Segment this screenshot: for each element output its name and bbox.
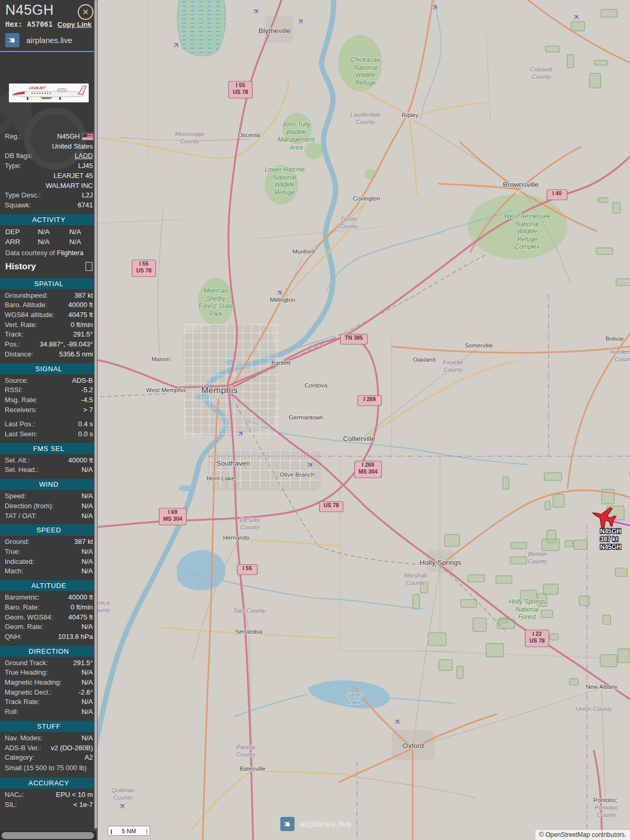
stat-row: SIL:< 1e-7 (0, 800, 98, 810)
city-label: Batesville (239, 765, 265, 772)
info-row: Type Desc.:L2J (0, 191, 98, 201)
county-label: Union County (575, 706, 613, 712)
stat-row: QNH:1013.6 hPa (0, 632, 98, 642)
section-header: WIND (0, 479, 98, 490)
section-header: ALTITUDE (0, 580, 98, 591)
brand-link[interactable]: ✈ airplanes.live (0, 28, 98, 51)
map-scale-bar: 5 NM (108, 826, 150, 836)
road-shield: I 69MS 304 (159, 508, 186, 525)
section-header: SPATIAL (0, 278, 98, 289)
stat-row: Pos.:34.887°, -89.043° (0, 340, 98, 350)
city-label: Blytheville (259, 27, 291, 35)
stat-row: Ground:387 kt (0, 537, 98, 547)
map-watermark: ✈ airplanes.live (280, 817, 351, 831)
park-label: Wildlife (355, 71, 376, 79)
close-icon[interactable]: ✕ (78, 4, 93, 20)
info-row: United States (0, 142, 98, 152)
city-label: Olive Branch (280, 471, 314, 478)
copy-link-button[interactable]: Copy Link (57, 20, 91, 28)
stat-row: Mach:N/A (0, 566, 98, 576)
city-label: Munford (292, 248, 314, 255)
section-header-activity: ACTIVITY (0, 214, 98, 225)
svg-text:US 78: US 78 (233, 89, 248, 95)
stat-row: Distance:5356.5 nmi (0, 350, 98, 360)
svg-text:TN 385: TN 385 (345, 334, 363, 341)
park-label: Chickasaw (350, 56, 381, 64)
map[interactable]: ChickasawNationalWildlifeRefugeJohn Tull… (98, 0, 630, 840)
city-label: Bolivar (605, 335, 624, 342)
park-label: Complex (514, 243, 540, 250)
city-label: West Memphis (146, 387, 186, 393)
section-header: ACCURACY (0, 778, 98, 789)
brand-name: airplanes.live (26, 36, 72, 45)
park-label: Wildlife (517, 228, 538, 235)
county-label: County (98, 607, 111, 613)
county-label: Mississippi (175, 131, 204, 137)
stat-row: True Heading:N/A (0, 668, 98, 678)
county-label: Tate County (233, 607, 266, 614)
stat-row: Geom. WGS84:40475 ft (0, 613, 98, 623)
svg-text:N45GH: N45GH (600, 543, 621, 551)
osm-attribution-link[interactable]: © OpenStreetMap contributors. (536, 830, 630, 840)
airplanes-live-logo-icon: ✈ (5, 33, 19, 47)
county-label: County (597, 812, 617, 818)
stat-row: Category:A2 (0, 753, 98, 763)
lake-label: Lake (349, 699, 362, 705)
history-expand-icon[interactable] (86, 262, 92, 271)
history-header: History (0, 258, 98, 275)
city-label: Germantown (289, 414, 323, 421)
stat-row: Magnetic Heading:N/A (0, 678, 98, 688)
city-label: Somerville (465, 342, 493, 349)
park-label: National (516, 220, 539, 228)
aircraft-photo[interactable]: LEARJET (9, 83, 89, 102)
airplanes-live-logo-icon: ✈ (280, 817, 295, 831)
park-label: Refuge (275, 189, 295, 196)
park-label: Forest State (198, 302, 233, 310)
svg-text:I 55: I 55 (243, 565, 252, 571)
lake-label: Sardis (346, 691, 364, 698)
section-header: SPEED (0, 524, 98, 536)
svg-text:I 22: I 22 (532, 631, 542, 637)
ladd-link[interactable]: LADD (75, 151, 93, 161)
history-title: History (5, 261, 36, 272)
stat-row: Track Rate:N/A (0, 697, 98, 707)
flight-tracker-app: ✈ N45GH ✕ Hex: A57061 Copy Link ✈ airpla… (0, 0, 630, 840)
stat-row: Nav. Modes:N/A (0, 733, 98, 743)
park-label: Shelby (206, 295, 226, 302)
county-label: County (236, 751, 256, 758)
park-label: Meeman (204, 287, 228, 295)
park-label: Refuge (517, 236, 538, 243)
park-label: National (516, 606, 539, 613)
stat-row: Baro. Altitude:40000 ft (0, 300, 98, 310)
road-shield: TN 385 (340, 334, 368, 344)
park-label: John Tully (281, 121, 311, 128)
svg-text:N45GH: N45GH (600, 528, 621, 535)
info-row: Type:LJ45 (0, 161, 98, 171)
sidebar-vertical-scrollbar[interactable] (94, 0, 98, 840)
park-label: Wildlife (286, 129, 307, 136)
park-label: Lower Hatchie (265, 166, 305, 173)
section-header: STUFF (0, 721, 98, 732)
stat-row: Vert. Rate:0 ft/min (0, 320, 98, 330)
city-label: Collierville (343, 435, 375, 443)
activity-row: ARRN/AN/A (0, 237, 98, 247)
sidebar-horizontal-scrollbar[interactable] (0, 831, 96, 840)
stat-row: Small (15 500 to 75 000 lb) (0, 763, 98, 774)
city-label: Holly Springs (419, 559, 461, 566)
svg-text:US 78: US 78 (136, 267, 151, 274)
road-shield: I 269MS 304 (354, 461, 382, 478)
stat-row: Barometric:40000 ft (0, 593, 98, 603)
svg-text:US 78: US 78 (323, 502, 339, 508)
city-label: Osceola (238, 132, 260, 138)
flightera-link[interactable]: Flightera (57, 249, 83, 257)
svg-text:US 78: US 78 (529, 637, 544, 644)
stat-row: Direction (from):N/A (0, 501, 98, 511)
activity-row: DEPN/AN/A (0, 227, 98, 237)
city-label: New Albany (586, 684, 618, 690)
stat-row: NACₚ:EPU < 10 m (0, 790, 98, 800)
hex-value: A57061 (27, 20, 53, 28)
park-label: National (273, 174, 296, 181)
svg-text:I 269: I 269 (363, 396, 376, 402)
hex-label: Hex: (5, 20, 23, 28)
stat-row: ADS-B Ver.:v2 (DO-260B) (0, 743, 98, 753)
